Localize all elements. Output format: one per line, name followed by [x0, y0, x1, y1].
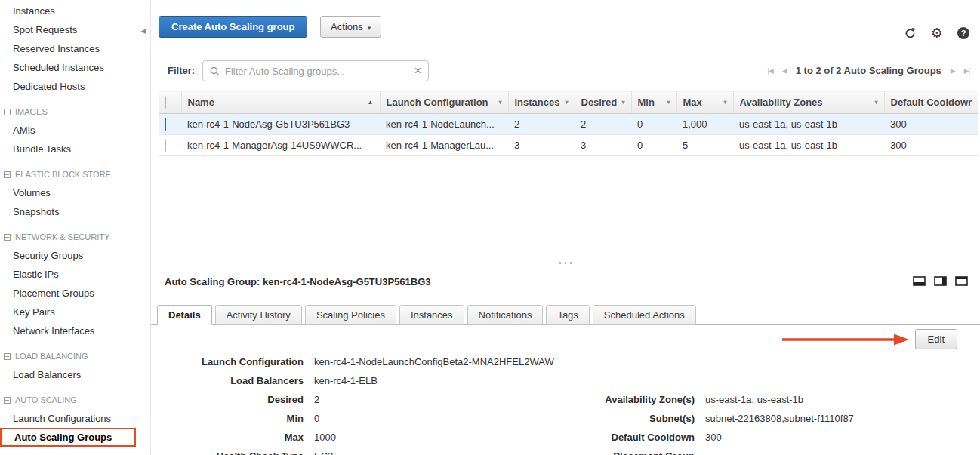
tab-scaling-policies[interactable]: Scaling Policies: [305, 305, 396, 325]
sidebar-item-auto-scaling-groups[interactable]: Auto Scaling Groups: [0, 428, 136, 447]
field-label: Desired: [164, 394, 304, 405]
row-checkbox[interactable]: [165, 118, 166, 131]
split-bottom-pane-icon[interactable]: [913, 276, 926, 286]
cell-name[interactable]: ken-rc4-1-NodeAsg-G5TU3P561BG3: [181, 114, 380, 135]
filter-label: Filter:: [168, 65, 195, 76]
cell-desired[interactable]: 2: [575, 114, 631, 135]
cell-min[interactable]: 0: [631, 114, 676, 135]
tab-notifications[interactable]: Notifications: [467, 305, 544, 325]
column-header-instances[interactable]: Instances▾: [508, 91, 575, 114]
field-label: Placement Group: [544, 450, 695, 455]
sidebar-item-instances[interactable]: Instances: [0, 2, 150, 20]
table-row[interactable]: ken-rc4-1-ManagerAsg-14US9WWCR... ken-rc…: [159, 135, 978, 156]
tab-scheduled-actions[interactable]: Scheduled Actions: [593, 305, 696, 325]
edit-button[interactable]: Edit: [915, 329, 957, 349]
column-header-name[interactable]: Name▲: [181, 91, 380, 114]
sidebar-item-scheduled-instances[interactable]: Scheduled Instances: [0, 58, 150, 77]
sidebar-item-elastic-ips[interactable]: Elastic IPs: [0, 265, 150, 284]
field-min: Min 0: [164, 409, 554, 428]
settings-gear-icon[interactable]: ⚙: [931, 26, 943, 40]
cell-min[interactable]: 0: [631, 135, 676, 156]
sidebar-item-placement-groups[interactable]: Placement Groups: [0, 284, 150, 303]
sidebar-section-load-balancing[interactable]: LOAD BALANCING: [0, 347, 150, 365]
search-icon: [210, 66, 220, 76]
filter-search-box[interactable]: ×: [202, 60, 429, 81]
sidebar-item-snapshots[interactable]: Snapshots: [0, 202, 150, 221]
split-right-pane-icon[interactable]: [934, 276, 947, 286]
sidebar-item-dedicated-hosts[interactable]: Dedicated Hosts: [0, 77, 150, 96]
table-row[interactable]: ken-rc4-1-NodeAsg-G5TU3P561BG3 ken-rc4-1…: [159, 114, 978, 135]
row-checkbox[interactable]: [165, 139, 166, 152]
sidebar-item-volumes[interactable]: Volumes: [0, 183, 150, 202]
field-health-check-type: Health Check Type EC2: [164, 447, 554, 455]
column-label: Max: [683, 97, 702, 108]
tab-details[interactable]: Details: [157, 305, 212, 325]
clear-filter-icon[interactable]: ×: [414, 65, 421, 77]
sidebar-item-reserved-instances[interactable]: Reserved Instances: [0, 39, 150, 58]
sidebar-item-launch-configurations[interactable]: Launch Configurations: [0, 409, 150, 428]
filter-search-input[interactable]: [225, 66, 409, 77]
field-launch-configuration: Launch Configuration ken-rc4-1-NodeLaunc…: [164, 352, 554, 371]
field-label: Load Balancers: [164, 375, 304, 386]
column-header-launch-configuration[interactable]: Launch Configuration▾: [380, 91, 508, 114]
column-header-min[interactable]: Min▾: [631, 91, 676, 114]
create-auto-scaling-group-button[interactable]: Create Auto Scaling group: [159, 16, 307, 38]
prev-page-icon[interactable]: ◀: [782, 67, 787, 75]
cell-availability-zones[interactable]: us-east-1a, us-east-1b: [733, 135, 884, 156]
actions-button[interactable]: Actions▾: [320, 16, 381, 38]
row-select-cell[interactable]: [159, 135, 181, 156]
cell-instances[interactable]: 2: [508, 114, 575, 135]
main-content: Create Auto Scaling group Actions▾ ⚙ ? F…: [151, 0, 980, 455]
maximize-pane-icon[interactable]: [955, 276, 968, 286]
field-value: EC2: [314, 450, 333, 455]
cell-default-cooldown[interactable]: 300: [884, 114, 978, 135]
column-header-desired[interactable]: Desired▾: [575, 91, 631, 114]
refresh-icon[interactable]: [904, 27, 917, 40]
sidebar-item-spot-requests[interactable]: Spot Requests: [0, 20, 150, 39]
select-all-checkbox[interactable]: [165, 96, 166, 109]
collapse-section-icon: [4, 353, 11, 360]
filter-bar: Filter: × |◀ ◀ 1 to 2 of 2 Auto Scaling …: [151, 60, 980, 82]
sidebar-collapse-icon[interactable]: ◀: [138, 23, 149, 39]
sidebar-section-auto-scaling[interactable]: AUTO SCALING: [0, 391, 150, 409]
sidebar-item-network-interfaces[interactable]: Network Interfaces: [0, 321, 150, 340]
sidebar-item-load-balancers[interactable]: Load Balancers: [0, 365, 150, 384]
toolbar-icons: ⚙ ?: [904, 26, 969, 40]
help-icon[interactable]: ?: [957, 27, 969, 39]
column-header-max[interactable]: Max▾: [676, 91, 733, 114]
sort-ascending-icon: ▲: [368, 99, 374, 106]
field-label: Max: [164, 432, 304, 443]
select-all-header[interactable]: [159, 91, 181, 114]
sidebar-section-elastic-block-store[interactable]: ELASTIC BLOCK STORE: [0, 165, 150, 183]
details-tabs: Details Activity History Scaling Policie…: [151, 304, 980, 325]
sidebar-item-amis[interactable]: AMIs: [0, 121, 150, 140]
cell-instances[interactable]: 3: [508, 135, 575, 156]
cell-name[interactable]: ken-rc4-1-ManagerAsg-14US9WWCR...: [181, 135, 380, 156]
next-page-icon[interactable]: ▶: [951, 67, 955, 75]
cell-default-cooldown[interactable]: 300: [884, 135, 978, 156]
cell-launch-configuration[interactable]: ken-rc4-1-NodeLaunch...: [380, 114, 508, 135]
sidebar-section-network-security[interactable]: NETWORK & SECURITY: [0, 228, 150, 246]
sidebar-item-security-groups[interactable]: Security Groups: [0, 246, 150, 265]
tab-activity-history[interactable]: Activity History: [215, 305, 302, 325]
sidebar-item-bundle-tasks[interactable]: Bundle Tasks: [0, 140, 150, 158]
cell-launch-configuration[interactable]: ken-rc4-1-ManagerLau...: [380, 135, 508, 156]
column-header-availability-zones[interactable]: Availability Zones▾: [733, 91, 884, 114]
sidebar-item-key-pairs[interactable]: Key Pairs: [0, 303, 150, 321]
sidebar-section-images[interactable]: IMAGES: [0, 103, 150, 121]
cell-max[interactable]: 1,000: [676, 114, 733, 135]
field-value: 2: [314, 394, 319, 405]
sidebar-section-label: IMAGES: [15, 107, 48, 116]
tab-tags[interactable]: Tags: [546, 305, 589, 325]
cell-desired[interactable]: 3: [575, 135, 631, 156]
field-subnets: Subnet(s) subnet-22163808,subnet-f1110f8…: [544, 409, 854, 428]
row-select-cell[interactable]: [159, 114, 181, 135]
column-label: Desired: [581, 97, 618, 108]
tab-instances[interactable]: Instances: [399, 305, 464, 325]
cell-availability-zones[interactable]: us-east-1a, us-east-1b: [733, 114, 884, 135]
details-fields-right: Availability Zone(s) us-east-1a, us-east…: [544, 390, 854, 455]
first-page-icon[interactable]: |◀: [768, 67, 773, 75]
last-page-icon[interactable]: ▶|: [964, 67, 969, 75]
column-header-default-cooldown[interactable]: Default Cooldown: [884, 91, 978, 114]
cell-max[interactable]: 5: [676, 135, 733, 156]
